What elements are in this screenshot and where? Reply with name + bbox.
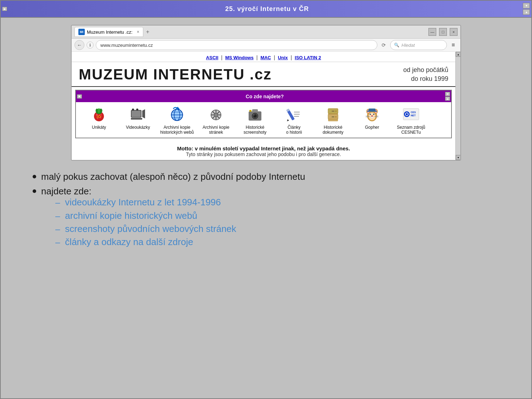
svg-point-1	[96, 114, 98, 116]
browser-scrollbar[interactable]: ▴ ▾	[455, 52, 460, 160]
browser-toolbar: ← ℹ www.muzeuminternetu.cz ⟳ 🔍 Hledat ≡	[72, 39, 460, 52]
bullet-text-2: najdete zde:	[41, 186, 92, 196]
sub-text-1: videoukázky Internetu z let 1994-1996	[65, 197, 221, 208]
nav-link-mac[interactable]: MAC	[260, 55, 271, 60]
bullet-item-2: najdete zde: – videoukázky Internetu z l…	[33, 186, 499, 250]
inner-title: Co zde najdete?	[84, 94, 445, 99]
refresh-button[interactable]: ⟳	[379, 41, 388, 49]
svg-rect-52	[332, 116, 334, 117]
archivni-weby-image	[168, 105, 186, 123]
archivni-stranky-image	[207, 105, 225, 123]
site-subtitle: od jeho počátkůdo roku 1999	[403, 66, 448, 83]
site-nav-bar: ASCII | MS Windows | MAC | Unix | ISO LA…	[72, 52, 455, 62]
url-text: www.muzeuminternetu.cz	[100, 43, 153, 48]
icon-clanky-label: Články o historii	[286, 125, 302, 135]
icon-cesnet[interactable]: CES NET Seznam zdrojů CESNETu	[392, 105, 431, 135]
url-bar[interactable]: www.muzeuminternetu.cz	[96, 40, 377, 50]
tab-label: Muzeum Internetu .cz:	[87, 29, 133, 35]
inner-titlebar: ■ Co zde najdete? ▾ ▴	[76, 90, 451, 102]
search-bar[interactable]: 🔍 Hledat	[390, 40, 447, 50]
search-icon: 🔍	[394, 43, 399, 48]
outer-scroll-down-btn[interactable]: ▾	[523, 3, 530, 9]
sub-text-4: články a odkazy na další zdroje	[65, 237, 193, 248]
browser-content-wrapper: ASCII | MS Windows | MAC | Unix | ISO LA…	[72, 52, 460, 160]
site-header: MUZEUM INTERNETU .cz od jeho počátkůdo r…	[72, 62, 455, 87]
nav-sep-3: |	[274, 55, 277, 60]
browser-titlebar: MI Muzeum Internetu .cz: × + — □ ×	[72, 26, 460, 39]
new-tab-button[interactable]: +	[146, 29, 149, 35]
svg-point-7	[99, 117, 99, 118]
tab-close-button[interactable]: ×	[137, 29, 139, 34]
bullets-section: malý pokus zachovat (alespoň něco) z pův…	[11, 168, 521, 257]
nav-link-ascii[interactable]: ASCII	[206, 55, 218, 60]
svg-point-17	[136, 109, 138, 111]
icon-archivni-weby-label: Archivní kopie historických webů	[160, 125, 194, 135]
svg-point-16	[132, 109, 134, 111]
icon-archivni-stranky[interactable]: Archivní kopie stránek	[196, 105, 235, 135]
motto-section: Motto: v minulém století vypadal Interne…	[72, 141, 455, 160]
outer-window: ■ 25. výročí Internetu v ČR ▾ ▴ MI Muzeu…	[1, 1, 531, 398]
browser-maximize-button[interactable]: □	[439, 28, 447, 36]
icon-clanky[interactable]: Články o historii	[275, 105, 314, 135]
inner-titlebar-controls: ▾ ▴	[445, 92, 451, 101]
scrollbar-up-arrow[interactable]: ▴	[456, 52, 461, 57]
icon-archivni-weby[interactable]: Archivní kopie historických webů	[157, 105, 196, 135]
sub-dash-4: –	[55, 237, 60, 248]
icon-cesnet-label: Seznam zdrojů CESNETu	[397, 125, 425, 135]
svg-point-4	[100, 114, 102, 116]
sub-dash-1: –	[55, 197, 60, 208]
motto-bold: Motto: v minulém století vypadal Interne…	[79, 145, 448, 151]
nav-sep-1: |	[221, 55, 224, 60]
browser-content: ASCII | MS Windows | MAC | Unix | ISO LA…	[72, 52, 460, 160]
search-placeholder: Hledat	[401, 43, 415, 48]
browser-tab[interactable]: MI Muzeum Internetu .cz: ×	[74, 27, 143, 37]
nav-link-mswindows[interactable]: MS Windows	[225, 55, 254, 60]
svg-point-67	[371, 115, 373, 117]
clanky-image	[285, 105, 303, 123]
browser-win-controls: — □ ×	[428, 28, 458, 36]
browser-window: MI Muzeum Internetu .cz: × + — □ × ← ℹ w…	[71, 25, 461, 161]
inner-scroll-down-btn[interactable]: ▾	[445, 92, 450, 96]
outer-titlebar: ■ 25. výročí Internetu v ČR ▾ ▴	[1, 1, 531, 18]
sub-bullets: – videoukázky Internetu z let 1994-1996 …	[41, 197, 236, 248]
icon-videoukazy[interactable]: Videoukázky	[118, 105, 157, 130]
svg-rect-75	[367, 111, 377, 112]
inner-window: ■ Co zde najdete? ▾ ▴	[75, 90, 452, 138]
inner-scroll-up-btn[interactable]: ▴	[445, 96, 450, 101]
svg-point-54	[335, 116, 337, 118]
nav-sep-4: |	[290, 55, 293, 60]
svg-point-9	[100, 116, 101, 117]
outer-system-button[interactable]: ■	[2, 7, 7, 11]
bullet-dot-1	[33, 175, 36, 178]
icon-archivni-stranky-label: Archivní kopie stránek	[203, 125, 229, 135]
nav-link-isolatin[interactable]: ISO LATIN 2	[295, 55, 321, 60]
nav-link-unix[interactable]: Unix	[278, 55, 288, 60]
browser-menu-button[interactable]: ≡	[449, 41, 458, 49]
svg-point-64	[373, 113, 375, 115]
bullet-item-1: malý pokus zachovat (alespoň něco) z pův…	[33, 171, 499, 182]
scrollbar-down-arrow[interactable]: ▾	[456, 155, 461, 160]
sub-bullet-2: – archivní kopie historických webů	[41, 210, 236, 221]
sub-bullet-3: – screenshoty původních webových stránek	[41, 223, 236, 234]
svg-text:CES: CES	[411, 111, 416, 113]
svg-point-5	[98, 116, 99, 117]
cesnet-image: CES NET	[402, 105, 420, 123]
inner-system-button[interactable]: ■	[77, 94, 82, 99]
scrollbar-track[interactable]	[456, 57, 460, 155]
browser-minimize-button[interactable]: —	[428, 28, 436, 36]
motto-regular: Tyto stránky jsou pokusem zachovat jeho …	[79, 151, 448, 157]
info-button[interactable]: ℹ	[87, 41, 94, 49]
tab-favicon: MI	[78, 29, 85, 35]
icon-historicke-dokumenty[interactable]: Historické dokumenty	[314, 105, 353, 135]
icon-screenshoty-label: Historické screenshoty	[244, 125, 267, 135]
icon-unikaty[interactable]: Unikáty	[79, 105, 118, 130]
svg-rect-51	[332, 111, 334, 112]
inner-icons-row: Unikáty	[76, 102, 451, 138]
browser-close-button[interactable]: ×	[450, 28, 458, 36]
icon-gopher[interactable]: Gopher	[353, 105, 392, 130]
sub-dash-3: –	[55, 223, 60, 234]
icon-screenshoty[interactable]: Historické screenshoty	[235, 105, 275, 135]
outer-scroll-up-btn[interactable]: ▴	[523, 9, 530, 15]
back-button[interactable]: ←	[74, 40, 84, 50]
icon-videoukazy-label: Videoukázky	[126, 125, 150, 130]
